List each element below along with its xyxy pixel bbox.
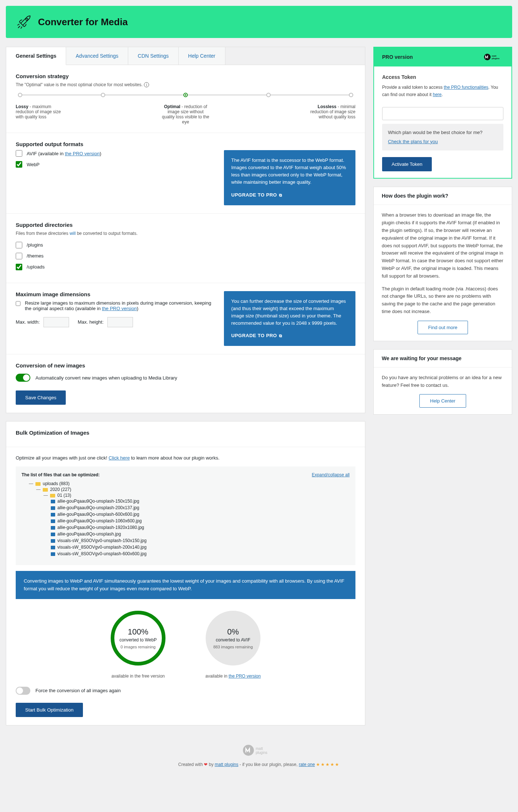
section-max-dimensions: Maximum image dimensions Resize large im… <box>6 283 365 355</box>
slider-dot-active[interactable] <box>183 93 188 97</box>
tabs: General Settings Advanced Settings CDN S… <box>6 47 365 65</box>
token-input[interactable] <box>382 107 503 120</box>
plan-box: Which plan would be the best choice for … <box>382 124 503 151</box>
info-icon[interactable]: i <box>144 82 149 87</box>
max-height-input[interactable] <box>107 317 133 327</box>
pro-func-link[interactable]: the PRO functionalities <box>444 85 488 90</box>
tree-file[interactable]: allie-gouPqaau9Qo-unsplash-1920x1080.jpg <box>51 524 350 531</box>
help-center-button[interactable]: Help Center <box>419 394 466 408</box>
save-button[interactable]: Save Changes <box>16 390 66 405</box>
mattplugins-logo: mattplugins <box>484 53 503 61</box>
tree-file[interactable]: allie-gouPqaau9Qo-unsplash.jpg <box>51 531 350 537</box>
folder-icon <box>35 482 41 486</box>
checkbox-uploads[interactable]: /uploads <box>16 264 355 270</box>
image-icon <box>51 533 55 536</box>
activate-token-button[interactable]: Activate Token <box>382 157 432 171</box>
tree-folder[interactable]: —2020 (227) —01 (13) allie-gouPqaau9Qo-u… <box>36 486 350 559</box>
star-icons: ★★★★★ <box>316 762 340 767</box>
rate-link[interactable]: rate one <box>299 762 315 767</box>
tree-file[interactable]: visuals-sW_8S0OVgv0-unsplash-150x150.jpg <box>51 537 350 544</box>
tree-file[interactable]: visuals-sW_8S0OVgv0-unsplash-600x600.jpg <box>51 550 350 557</box>
tab-help[interactable]: Help Center <box>179 47 225 65</box>
tab-general[interactable]: General Settings <box>6 47 66 65</box>
strategy-slider[interactable] <box>20 95 351 95</box>
external-icon: ⧉ <box>279 333 282 339</box>
section-strategy: Conversion strategy The "Optimal" value … <box>6 65 365 133</box>
pro-panel-title: PRO version mattplugins <box>374 47 511 66</box>
checkbox-webp[interactable]: WebP <box>16 161 215 168</box>
mattplugins-logo: mattplugins <box>243 744 275 756</box>
tab-cdn[interactable]: CDN Settings <box>128 47 179 65</box>
tree-file[interactable]: allie-gouPqaau9Qo-unsplash-200x137.jpg <box>51 504 350 511</box>
promo-bulk: Converting images to WebP and AVIF simul… <box>16 571 355 599</box>
section-formats: Supported output formats AVIF (available… <box>6 133 365 214</box>
footer: mattplugins Created with ❤ by matt plugi… <box>6 733 512 774</box>
image-icon <box>51 506 55 510</box>
checkbox-themes[interactable]: /themes <box>16 253 355 259</box>
upgrade-link[interactable]: UPGRADE TO PRO⧉ <box>231 191 348 199</box>
expand-collapse-link[interactable]: Expand/collapse all <box>312 472 350 477</box>
check-plans-link[interactable]: Check the plans for you <box>388 138 498 146</box>
image-icon <box>51 519 55 523</box>
checkbox-avif[interactable]: AVIF (available in the PRO version) <box>16 150 215 157</box>
slider-dot[interactable] <box>18 93 22 97</box>
tree-file[interactable]: allie-gouPqaau9Qo-unsplash-600x600.jpg <box>51 511 350 518</box>
image-icon <box>51 526 55 530</box>
svg-point-0 <box>26 18 28 20</box>
promo-dimensions: You can further decrease the size of con… <box>224 291 355 346</box>
tree-file[interactable]: visuals-sW_8S0OVgv0-unsplash-200x140.jpg <box>51 544 350 550</box>
msg-title: We are waiting for your message <box>374 350 512 367</box>
how-title: How does the plugin work? <box>374 187 512 205</box>
image-icon <box>51 513 55 516</box>
folder-icon <box>50 494 55 498</box>
heading: Conversion strategy <box>16 73 355 79</box>
pro-link[interactable]: the PRO version <box>65 151 100 156</box>
svg-text:plugins: plugins <box>492 57 500 60</box>
heart-icon: ❤ <box>204 762 207 767</box>
tree-folder[interactable]: —01 (13) allie-gouPqaau9Qo-unsplash-150x… <box>43 492 350 558</box>
tree-file[interactable]: allie-gouPqaau9Qo-unsplash-150x150.jpg <box>51 498 350 504</box>
max-width-input[interactable] <box>43 317 69 327</box>
checkbox-resize[interactable]: Resize large images to maximum dimension… <box>16 300 215 311</box>
progress-webp: 100% converted to WebP 0 images remainin… <box>111 611 165 666</box>
image-icon <box>51 546 55 549</box>
here-link[interactable]: here <box>433 92 442 97</box>
image-icon <box>51 539 55 543</box>
section-directories: Supported directories Files from these d… <box>6 214 365 283</box>
tree-file[interactable]: allie-gouPqaau9Qo-unsplash-1060x600.jpg <box>51 518 350 524</box>
rocket-icon <box>16 14 32 30</box>
pro-link[interactable]: the PRO version <box>229 674 261 679</box>
section-conversion-new: Conversion of new images Automatically c… <box>6 354 365 413</box>
promo-avif: The AVIF format is the successor to the … <box>224 150 355 205</box>
slider-dot[interactable] <box>349 93 353 97</box>
click-here-link[interactable]: Click here <box>108 455 130 461</box>
toggle-auto-convert[interactable] <box>16 374 30 382</box>
tree-folder[interactable]: —uploads (883) —2020 (227) —01 (13) alli… <box>29 480 350 559</box>
svg-text:matt: matt <box>256 747 263 751</box>
external-icon: ⧉ <box>279 192 282 198</box>
svg-text:plugins: plugins <box>256 751 267 755</box>
page-title: Converter for Media <box>38 16 128 28</box>
bulk-heading: Bulk Optimization of Images <box>16 430 355 436</box>
slider-dot[interactable] <box>101 93 105 97</box>
slider-dot[interactable] <box>266 93 271 97</box>
svg-text:matt: matt <box>492 55 496 57</box>
file-tree[interactable]: The list of files that can be optimized:… <box>16 466 355 565</box>
image-icon <box>51 552 55 556</box>
find-out-more-button[interactable]: Find out more <box>418 321 468 334</box>
pro-link[interactable]: the PRO version <box>102 306 137 311</box>
header-banner: Converter for Media <box>6 6 512 38</box>
progress-avif: 0% converted to AVIF 883 images remainin… <box>206 611 260 666</box>
image-icon <box>51 500 55 503</box>
start-bulk-button[interactable]: Start Bulk Optimization <box>16 703 83 717</box>
toggle-force-conversion[interactable] <box>16 687 30 695</box>
checkbox-plugins[interactable]: /plugins <box>16 242 355 248</box>
mattplugins-link[interactable]: matt plugins <box>215 762 239 767</box>
folder-icon <box>43 488 48 492</box>
upgrade-link[interactable]: UPGRADE TO PRO⧉ <box>231 332 348 339</box>
tab-advanced[interactable]: Advanced Settings <box>66 47 128 65</box>
